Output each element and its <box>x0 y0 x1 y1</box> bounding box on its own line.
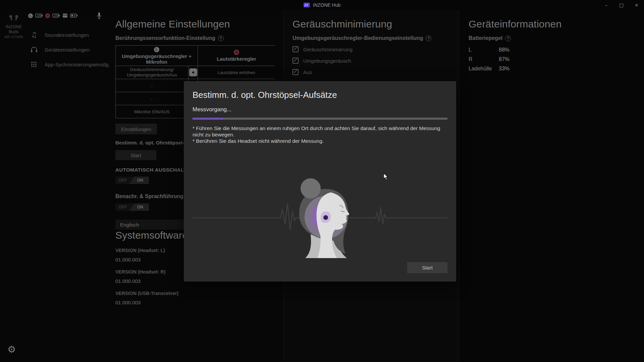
maximize-button[interactable]: □ <box>614 0 629 10</box>
mouse-cursor <box>383 173 388 180</box>
head-measurement-illustration <box>193 178 447 258</box>
close-button[interactable]: × <box>629 0 644 10</box>
dialog-start-button[interactable]: Start <box>407 262 447 273</box>
progress-fill <box>193 118 223 120</box>
measurement-status: Messvorgang... <box>193 106 447 113</box>
inzone-hub-window: INZONE Hub – □ × INZONE Buds WF-G700N <box>0 0 644 362</box>
earbud-fit-dialog: Bestimm. d. opt. Ohrstöpsel-Aufsätze Mes… <box>184 81 456 282</box>
dialog-note: * Berühren Sie das Headset nicht während… <box>193 138 447 144</box>
titlebar: INZONE Hub – □ × <box>0 0 644 10</box>
dialog-note: * Führen Sie die Messungen an einem ruhi… <box>193 125 447 138</box>
measurement-progress-bar <box>193 118 447 120</box>
window-title: INZONE Hub <box>313 2 340 8</box>
inzone-logo-icon <box>304 3 310 7</box>
dialog-title: Bestimm. d. opt. Ohrstöpsel-Aufsätze <box>193 90 447 100</box>
minimize-button[interactable]: – <box>599 0 614 10</box>
